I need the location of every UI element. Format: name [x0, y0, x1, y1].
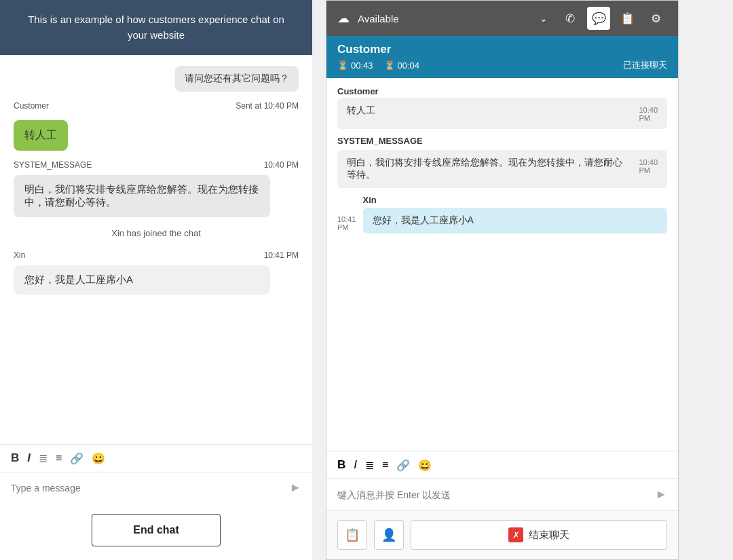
- right-customer-bubble: 转人工 10:40PM: [337, 98, 667, 129]
- right-nav: ☁ Available ⌄ ✆ 💬 📋 ⚙: [326, 1, 678, 36]
- xin-bubble-text: 您好，我是人工座席小A: [24, 274, 133, 285]
- nav-icons: ✆ 💬 📋 ⚙: [559, 7, 667, 30]
- right-italic-icon[interactable]: I: [354, 458, 357, 472]
- cloud-icon: ☁: [337, 11, 350, 26]
- xin-section: Xin 10:41 PM 您好，我是人工座席小A: [14, 249, 299, 295]
- timer1: ⏳ 00:43: [337, 60, 373, 71]
- right-link-icon[interactable]: 🔗: [396, 459, 410, 472]
- end-chat-label: End chat: [133, 524, 179, 536]
- right-panel: ☁ Available ⌄ ✆ 💬 📋 ⚙ Customer ⏳ 00:43 ⏳…: [326, 0, 679, 560]
- customer-bubble: 转人工: [14, 120, 68, 151]
- end-chat-button[interactable]: End chat: [92, 514, 221, 546]
- timer2-icon: ⏳: [384, 60, 395, 71]
- settings-icon-btn[interactable]: ⚙: [644, 7, 667, 30]
- system-time: 10:40 PM: [264, 160, 299, 170]
- customer-meta: Customer Sent at 10:40 PM: [14, 100, 299, 112]
- bottom-action-btn-2[interactable]: 👤: [374, 520, 404, 550]
- right-customer-section: Customer 转人工 10:40PM: [337, 86, 667, 129]
- right-xin-time: 10:41PM: [337, 195, 356, 234]
- right-xin-section: 10:41PM Xin 您好，我是人工座席小A: [337, 195, 667, 234]
- right-message-input[interactable]: [337, 489, 655, 500]
- unordered-list-icon[interactable]: ≡: [56, 452, 62, 464]
- right-customer-sender: Customer: [337, 86, 667, 96]
- right-emoji-icon[interactable]: 😀: [418, 459, 432, 472]
- timer2-value: 00:04: [398, 60, 420, 71]
- right-system-label: SYSTEM_MESSAGE: [337, 136, 667, 146]
- end-chat-right-button[interactable]: ✗ 结束聊天: [411, 520, 667, 550]
- customer-label: Customer: [14, 101, 49, 111]
- prev-message-text: 请问您还有其它问题吗？: [185, 73, 289, 83]
- system-meta: SYSTEM_MESSAGE 10:40 PM: [14, 159, 299, 171]
- right-bottom-bar: 📋 👤 ✗ 结束聊天: [326, 510, 678, 559]
- timer1-icon: ⏳: [337, 60, 348, 71]
- left-header-text: This is an example of how customers expe…: [28, 14, 284, 41]
- left-header: This is an example of how customers expe…: [0, 0, 312, 55]
- right-messages: Customer 转人工 10:40PM SYSTEM_MESSAGE 明白，我…: [326, 78, 678, 451]
- right-ordered-list-icon[interactable]: ≣: [365, 459, 374, 472]
- system-bubble-text: 明白，我们将安排专线座席给您解答。现在为您转接中，请您耐心等待。: [24, 183, 259, 208]
- chevron-down-icon[interactable]: ⌄: [540, 13, 548, 24]
- left-message-input[interactable]: [11, 483, 289, 493]
- xin-time: 10:41 PM: [264, 250, 299, 260]
- emoji-icon[interactable]: 😀: [92, 452, 105, 465]
- end-x-icon: ✗: [508, 527, 523, 542]
- ordered-list-icon[interactable]: ≣: [39, 452, 48, 465]
- prev-message-bubble: 请问您还有其它问题吗？: [175, 66, 299, 92]
- right-customer-text: 转人工: [347, 105, 375, 117]
- system-section: SYSTEM_MESSAGE 10:40 PM 明白，我们将安排专线座席给您解答…: [14, 159, 299, 217]
- right-send-icon[interactable]: ►: [655, 487, 667, 502]
- right-unordered-list-icon[interactable]: ≡: [382, 459, 388, 471]
- bottom-action-btn-1[interactable]: 📋: [337, 520, 367, 550]
- system-label: SYSTEM_MESSAGE: [14, 160, 92, 170]
- link-icon[interactable]: 🔗: [70, 452, 83, 465]
- left-panel: This is an example of how customers expe…: [0, 0, 312, 560]
- right-customer-time: 10:40PM: [639, 106, 658, 122]
- xin-label: Xin: [14, 250, 25, 260]
- join-notice: Xin has joined the chat: [14, 225, 299, 241]
- customer-header: Customer ⏳ 00:43 ⏳ 00:04 已连接聊天: [326, 36, 678, 78]
- customer-name: Customer: [337, 43, 667, 56]
- xin-bubble: 您好，我是人工座席小A: [14, 265, 270, 295]
- system-bubble: 明白，我们将安排专线座席给您解答。现在为您转接中，请您耐心等待。: [14, 175, 270, 217]
- chat-icon-btn[interactable]: 💬: [587, 7, 610, 30]
- right-system-bubble: 明白，我们将安排专线座席给您解答。现在为您转接中，请您耐心等待。 10:40PM: [337, 150, 667, 188]
- customer-meta-row: ⏳ 00:43 ⏳ 00:04 已连接聊天: [337, 59, 667, 71]
- bold-icon[interactable]: B: [11, 451, 19, 465]
- right-xin-name: Xin: [363, 195, 667, 205]
- customer-timers: ⏳ 00:43 ⏳ 00:04: [337, 60, 419, 71]
- right-system-time: 10:40PM: [639, 158, 658, 181]
- left-toolbar: B I ≣ ≡ 🔗 😀: [0, 444, 312, 472]
- italic-icon[interactable]: I: [27, 451, 31, 465]
- right-xin-content: Xin 您好，我是人工座席小A: [363, 195, 667, 234]
- right-xin-text: 您好，我是人工座席小A: [373, 214, 474, 225]
- customer-sent-at: Sent at 10:40 PM: [236, 101, 299, 111]
- xin-meta: Xin 10:41 PM: [14, 249, 299, 261]
- clipboard-icon-btn[interactable]: 📋: [616, 7, 639, 30]
- phone-icon-btn[interactable]: ✆: [559, 7, 582, 30]
- right-system-text: 明白，我们将安排专线座席给您解答。现在为您转接中，请您耐心等待。: [347, 157, 631, 181]
- available-label: Available: [358, 13, 534, 24]
- right-input-area[interactable]: ►: [326, 479, 678, 510]
- right-toolbar: B I ≣ ≡ 🔗 😀: [326, 451, 678, 479]
- right-bold-icon[interactable]: B: [337, 458, 345, 472]
- left-message-input-area[interactable]: ►: [0, 472, 312, 503]
- left-chat-area: 请问您还有其它问题吗？ Customer Sent at 10:40 PM 转人…: [0, 55, 312, 444]
- connected-badge: 已连接聊天: [623, 59, 667, 71]
- right-system-section: SYSTEM_MESSAGE 明白，我们将安排专线座席给您解答。现在为您转接中，…: [337, 136, 667, 188]
- end-chat-right-label: 结束聊天: [529, 529, 569, 542]
- right-xin-bubble: 您好，我是人工座席小A: [363, 208, 667, 234]
- left-send-icon[interactable]: ►: [289, 481, 301, 495]
- timer1-value: 00:43: [351, 60, 373, 71]
- timer2: ⏳ 00:04: [384, 60, 420, 71]
- customer-bubble-text: 转人工: [24, 129, 57, 141]
- join-notice-text: Xin has joined the chat: [111, 228, 201, 238]
